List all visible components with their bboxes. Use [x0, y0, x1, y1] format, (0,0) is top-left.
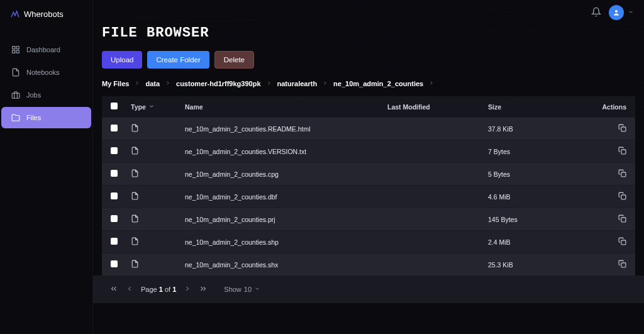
file-name: ne_10m_admin_2_counties.shp [185, 238, 387, 246]
pagination: Page 1 of 1 Show 10 [93, 276, 644, 303]
files-icon [11, 113, 20, 122]
file-icon [131, 260, 139, 269]
dashboard-icon [11, 45, 20, 54]
table-header-row: Type Name Last Modified Size Actions [102, 96, 635, 117]
jobs-icon [11, 91, 20, 99]
chevron-right-icon [428, 80, 435, 87]
sidebar-item-label: Files [26, 114, 41, 121]
column-modified-header[interactable]: Last Modified [387, 103, 488, 111]
breadcrumb-item[interactable]: customer-hd1rff9kg390pk [176, 80, 261, 87]
brand-name: Wherobots [24, 9, 64, 19]
file-size: 37.8 KiB [488, 125, 589, 133]
notebook-icon [11, 68, 20, 77]
column-size-header[interactable]: Size [488, 103, 589, 111]
file-icon [131, 147, 139, 156]
chevron-right-icon [134, 80, 140, 87]
file-name: ne_10m_admin_2_counties.README.html [185, 125, 387, 133]
notifications-icon[interactable] [591, 7, 601, 19]
prev-page-icon[interactable] [126, 285, 133, 294]
svg-rect-10 [621, 218, 626, 222]
table-row[interactable]: ne_10m_admin_2_counties.VERSION.txt7 Byt… [102, 140, 635, 162]
table-row[interactable]: ne_10m_admin_2_counties.prj145 Bytes [102, 208, 635, 230]
file-size: 7 Bytes [488, 148, 589, 155]
chevron-down-icon [628, 8, 634, 17]
copy-icon[interactable] [618, 148, 626, 156]
row-checkbox[interactable] [111, 125, 118, 131]
upload-button[interactable]: Upload [102, 51, 142, 69]
sidebar-item-dashboard[interactable]: Dashboard [1, 39, 91, 60]
last-page-icon[interactable] [199, 284, 208, 294]
copy-icon[interactable] [618, 171, 626, 179]
avatar [609, 5, 624, 20]
file-icon [131, 192, 139, 201]
sidebar-item-label: Jobs [26, 91, 41, 99]
svg-rect-12 [621, 263, 626, 267]
table-row[interactable]: ne_10m_admin_2_counties.shx25.3 KiB [102, 253, 635, 276]
table-row[interactable]: ne_10m_admin_2_counties.dbf4.6 MiB [102, 185, 635, 208]
copy-icon[interactable] [618, 216, 626, 224]
breadcrumb-item[interactable]: My Files [102, 80, 129, 87]
action-bar: Upload Create Folder Delete [102, 51, 644, 69]
copy-icon[interactable] [618, 194, 626, 201]
chevron-down-icon [148, 103, 155, 111]
row-checkbox[interactable] [111, 170, 118, 177]
row-checkbox[interactable] [111, 260, 118, 267]
chevron-right-icon [322, 80, 328, 87]
file-size: 5 Bytes [488, 170, 589, 178]
svg-rect-1 [16, 47, 19, 49]
select-all-checkbox[interactable] [111, 103, 118, 109]
sidebar-item-files[interactable]: Files [1, 107, 91, 128]
file-name: ne_10m_admin_2_counties.dbf [185, 193, 387, 201]
copy-icon[interactable] [618, 262, 626, 269]
breadcrumb-item[interactable]: ne_10m_admin_2_counties [333, 80, 423, 87]
page-size-select[interactable]: Show 10 [224, 286, 260, 293]
row-checkbox[interactable] [111, 192, 118, 199]
svg-rect-11 [621, 240, 626, 245]
column-name-header[interactable]: Name [185, 103, 387, 111]
chevron-down-icon [254, 286, 260, 293]
brand-icon [10, 9, 20, 19]
main-content: FILE BROWSER Upload Create Folder Delete… [93, 0, 644, 334]
file-size: 2.4 MiB [488, 238, 589, 246]
row-checkbox[interactable] [111, 147, 118, 154]
file-name: ne_10m_admin_2_counties.cpg [185, 170, 387, 178]
topbar [591, 5, 634, 20]
row-checkbox[interactable] [111, 215, 118, 222]
svg-rect-0 [13, 47, 15, 49]
table-row[interactable]: ne_10m_admin_2_counties.README.html37.8 … [102, 117, 635, 140]
chevron-right-icon [165, 80, 171, 87]
delete-button[interactable]: Delete [214, 51, 254, 69]
file-size: 4.6 MiB [488, 193, 589, 201]
svg-rect-6 [621, 127, 626, 131]
svg-rect-2 [13, 50, 15, 53]
sidebar-item-notebooks[interactable]: Notebooks [1, 62, 91, 83]
column-actions-header: Actions [589, 103, 626, 111]
page-title: FILE BROWSER [102, 25, 644, 41]
chevron-right-icon [266, 80, 272, 87]
file-icon [131, 124, 139, 133]
breadcrumb: My Filesdatacustomer-hd1rff9kg390pknatur… [102, 80, 644, 87]
svg-rect-9 [621, 195, 626, 199]
breadcrumb-item[interactable]: data [145, 80, 160, 87]
first-page-icon[interactable] [109, 284, 118, 294]
file-icon [131, 169, 139, 179]
breadcrumb-item[interactable]: naturalearth [277, 80, 318, 87]
column-type-header[interactable]: Type [131, 103, 185, 111]
svg-rect-4 [12, 93, 19, 98]
file-name: ne_10m_admin_2_counties.shx [185, 261, 387, 269]
sidebar-item-label: Dashboard [26, 46, 60, 53]
user-menu[interactable] [609, 5, 634, 20]
svg-point-5 [615, 10, 618, 13]
sidebar-item-jobs[interactable]: Jobs [1, 84, 91, 106]
next-page-icon[interactable] [184, 285, 191, 294]
copy-icon[interactable] [618, 126, 626, 133]
copy-icon[interactable] [618, 239, 626, 247]
table-row[interactable]: ne_10m_admin_2_counties.shp2.4 MiB [102, 230, 635, 253]
file-icon [131, 214, 139, 224]
create-folder-button[interactable]: Create Folder [147, 51, 209, 69]
table-row[interactable]: ne_10m_admin_2_counties.cpg5 Bytes [102, 162, 635, 185]
row-checkbox[interactable] [111, 238, 118, 245]
brand-logo[interactable]: Wherobots [0, 9, 92, 38]
file-name: ne_10m_admin_2_counties.VERSION.txt [185, 148, 387, 155]
file-icon [131, 237, 139, 247]
